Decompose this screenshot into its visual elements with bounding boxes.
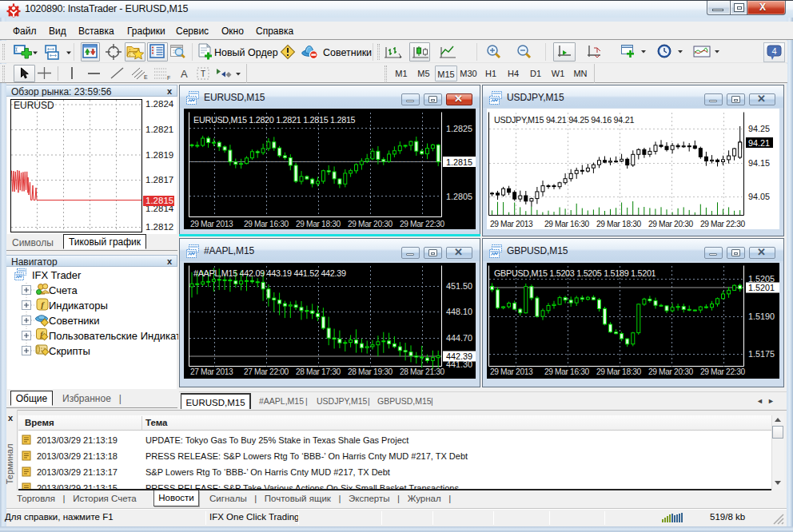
- svg-text:29 Mar 18:30: 29 Mar 18:30: [596, 367, 642, 376]
- svg-text:GBPUSD,M15 1.5203 1.5205 1.51: GBPUSD,M15 1.5203 1.5205 1.5189 1.5201: [494, 268, 656, 278]
- svg-text:1.5190: 1.5190: [748, 312, 775, 321]
- svg-text:1.5175: 1.5175: [748, 349, 775, 359]
- svg-text:29 Mar 2013: 29 Mar 2013: [490, 367, 533, 376]
- svg-text:29 Mar 16:30: 29 Mar 16:30: [544, 367, 590, 376]
- svg-text:29 Mar 20:30: 29 Mar 20:30: [648, 367, 694, 376]
- svg-text:29 Mar 22:30: 29 Mar 22:30: [700, 367, 746, 376]
- svg-text:1.5201: 1.5201: [748, 283, 775, 292]
